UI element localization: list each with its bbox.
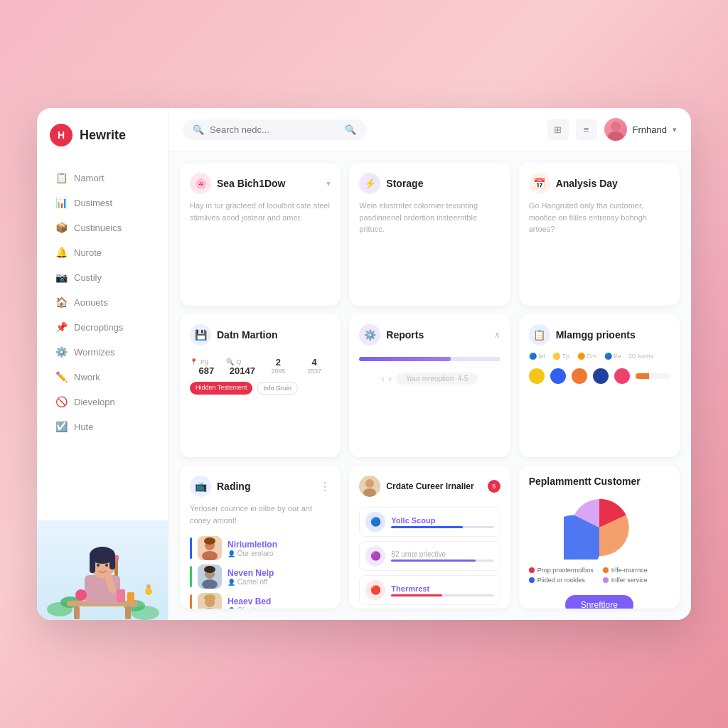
grid-icon: ⊞ — [554, 124, 562, 135]
person-avatar-1 — [198, 564, 222, 589]
sidebar-item-aonuets[interactable]: 🏠 Aonuets — [43, 290, 162, 314]
list-view-button[interactable]: ≡ — [576, 119, 597, 140]
sidebar-label-decroptings: Decroptings — [74, 322, 123, 333]
sidebar-label-nurote: Nurote — [74, 247, 102, 258]
sea-bich-icon: 🌸 — [190, 173, 211, 194]
sidebar-nav: 📋 Namort 📊 Dusimest 📦 Custinueics 🔔 Nuro… — [37, 159, 168, 520]
svg-point-34 — [363, 488, 376, 497]
prev-page-button[interactable]: ‹ — [382, 374, 385, 384]
pie-wrapper: Prop prootermolbos Irlfe-murrnce Piided … — [529, 493, 670, 609]
sidebar-logo[interactable]: H Hewrite — [37, 108, 168, 159]
customer-item-0: 🔵 Yollc Scoup — [359, 507, 500, 537]
cust-bar-2 — [391, 594, 493, 596]
stat-icon-1: 📍 — [190, 358, 198, 365]
person-list: Niriumletion 👤 Our erolaro — [190, 536, 331, 609]
create-customer-badge: 6 — [488, 480, 500, 493]
sidebar-item-hute[interactable]: ☑️ Hute — [43, 414, 162, 439]
dot-yellow — [529, 368, 545, 384]
svg-point-31 — [202, 608, 218, 609]
person-avatar-2 — [198, 593, 222, 609]
customer-list: 🔵 Yollc Scoup 🟣 82 urnte prlective — [359, 507, 500, 609]
reading-icon: 📺 — [190, 476, 211, 497]
person-role-1: 👤 Camel off — [228, 578, 331, 586]
logo-icon: H — [50, 124, 73, 146]
reading-menu-button[interactable]: ⋮ — [319, 480, 331, 493]
person-item-1: Neven Nelp 👤 Camel off — [190, 564, 331, 589]
svg-rect-17 — [117, 589, 125, 602]
sea-bich-expand[interactable]: ▾ — [326, 178, 331, 188]
data-martion-icon: 💾 — [190, 324, 211, 346]
indicator-1 — [190, 566, 192, 587]
sidebar-item-namort[interactable]: 📋 Namort — [43, 166, 162, 190]
card-analysis: 📅 Analysis Day Go Hangruted only tha cus… — [519, 163, 680, 306]
color-dots — [529, 368, 670, 384]
svg-rect-18 — [127, 592, 134, 602]
person-role-0: 👤 Our erolaro — [228, 550, 331, 557]
person-info-2: Heaev Bed 👤 Cliant — [228, 596, 331, 609]
decroptings-icon: 📌 — [55, 321, 67, 333]
sidebar-item-decroptings[interactable]: 📌 Decroptings — [43, 315, 162, 339]
legend-item-1: Irlfe-murrnce — [603, 567, 670, 574]
person-name-2: Heaev Bed — [228, 596, 331, 606]
create-customer-avatar — [359, 476, 380, 497]
sidebar-item-dievelopn[interactable]: 🚫 Dievelopn — [43, 390, 162, 414]
topbar-icons: ⊞ ≡ Frnhand ▾ — [547, 118, 677, 141]
reports-expand[interactable]: ∧ — [494, 330, 500, 340]
list-icon: ≡ — [584, 124, 589, 135]
svg-point-33 — [365, 479, 374, 488]
namort-icon: 📋 — [55, 172, 67, 183]
data-martion-title: Datn Martion — [217, 329, 331, 341]
tag-fe: 🔵 Fe — [604, 353, 621, 360]
storage-title: Storage — [386, 178, 500, 189]
sidebar-item-nwork[interactable]: ✏️ Nwork — [43, 365, 162, 389]
sidebar-item-custinueics[interactable]: 📦 Custinueics — [43, 215, 162, 240]
search-input[interactable] — [210, 124, 339, 135]
svg-rect-13 — [90, 555, 95, 573]
sidebar-label-custily: Custily — [74, 272, 102, 283]
user-name: Frnhand — [633, 124, 667, 135]
person-item-0: Niriumletion 👤 Our erolaro — [190, 536, 331, 560]
grid-view-button[interactable]: ⊞ — [547, 119, 569, 140]
badge-hidden-test: Hidden Testement — [190, 382, 252, 395]
cust-name-2: Thermrest — [391, 584, 493, 593]
legend-item-0: Prop prootermolbos — [529, 567, 596, 574]
nwork-icon: ✏️ — [55, 371, 67, 382]
svg-point-32 — [204, 594, 215, 601]
card-storage: ⚡ Storage Wein elustrriter colornier tex… — [349, 163, 510, 306]
dot-dark-blue — [593, 368, 609, 384]
cust-bar-1 — [391, 560, 493, 562]
storage-desc: Wein elustrriter colornier texunting pas… — [359, 200, 500, 235]
sidebar-label-dusimest: Dusimest — [74, 198, 112, 208]
indicator-0 — [190, 537, 192, 559]
sidebar-label-nwork: Nwork — [74, 372, 100, 382]
card-data-martion: 💾 Datn Martion 📍Pg 687 🔍Q 20147 2 2095 — [180, 314, 341, 457]
person-avatar-0 — [198, 536, 222, 560]
sidebar-item-wormizes[interactable]: ⚙️ Wormizes — [43, 340, 162, 364]
sea-bich-title: Sea Bich1Dow — [217, 178, 321, 189]
svg-point-22 — [611, 122, 621, 132]
person-name-1: Neven Nelp — [228, 568, 331, 578]
legend-dot-3 — [603, 577, 609, 583]
reading-title: Rading — [217, 481, 314, 492]
next-page-button[interactable]: › — [389, 374, 392, 384]
sidebar-item-nurote[interactable]: 🔔 Nurote — [43, 240, 162, 264]
wormizes-icon: ⚙️ — [55, 346, 67, 358]
legend-item-3: Inlfer service — [603, 577, 670, 584]
sidebar-item-custily[interactable]: 📷 Custily — [43, 265, 162, 289]
person-name-0: Niriumletion — [228, 540, 331, 550]
page-info: Your mreoption 4-5 — [396, 373, 478, 385]
pie-more-button[interactable]: Snreftlore — [565, 595, 633, 609]
search-bar[interactable]: 🔍 🔍 — [183, 119, 366, 140]
sidebar-item-dusimest[interactable]: 📊 Dusimest — [43, 191, 162, 215]
reports-progress — [359, 357, 500, 361]
cust-name-0: Yollc Scoup — [391, 516, 493, 525]
sidebar-label-hute: Hute — [74, 422, 93, 432]
storage-icon: ⚡ — [359, 173, 380, 194]
svg-point-23 — [608, 132, 623, 141]
cust-avatar-0: 🔵 — [365, 512, 385, 532]
user-badge[interactable]: Frnhand ▾ — [604, 118, 677, 141]
reports-pagination: ‹ › Your mreoption 4-5 — [359, 373, 500, 385]
sidebar-label-aonuets: Aonuets — [74, 297, 108, 308]
indicator-2 — [190, 594, 192, 609]
dot-pink — [614, 368, 630, 384]
